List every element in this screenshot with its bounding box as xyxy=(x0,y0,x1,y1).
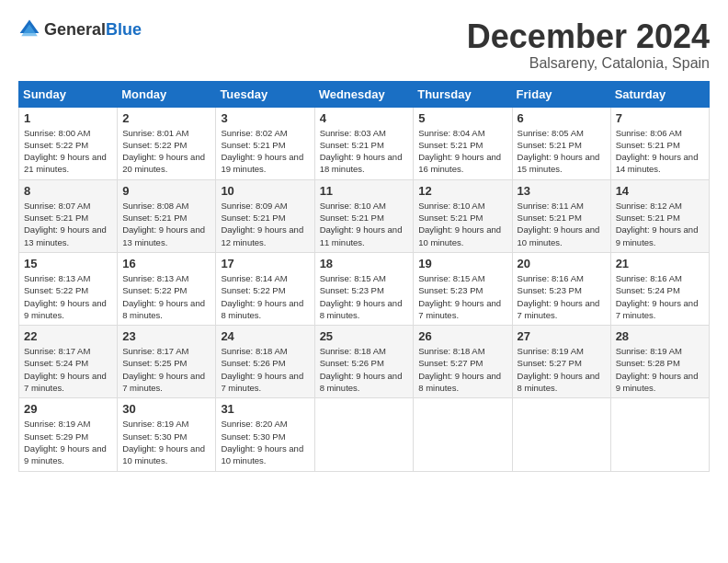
calendar-cell: 29Sunrise: 8:19 AMSunset: 5:29 PMDayligh… xyxy=(19,398,118,471)
day-number: 9 xyxy=(122,184,210,198)
calendar-cell: 13Sunrise: 8:11 AMSunset: 5:21 PMDayligh… xyxy=(512,179,610,252)
calendar-cell: 25Sunrise: 8:18 AMSunset: 5:26 PMDayligh… xyxy=(314,326,414,398)
day-number: 5 xyxy=(418,111,506,125)
day-info: Sunrise: 8:18 AMSunset: 5:27 PMDaylight:… xyxy=(418,345,506,394)
calendar-cell: 28Sunrise: 8:19 AMSunset: 5:28 PMDayligh… xyxy=(610,326,709,398)
day-info: Sunrise: 8:03 AMSunset: 5:21 PMDaylight:… xyxy=(320,127,409,176)
calendar-cell xyxy=(610,398,709,471)
day-info: Sunrise: 8:07 AMSunset: 5:21 PMDaylight:… xyxy=(24,200,112,248)
day-info: Sunrise: 8:16 AMSunset: 5:23 PMDaylight:… xyxy=(518,272,606,321)
weekday-header-wednesday: Wednesday xyxy=(314,81,414,107)
day-number: 11 xyxy=(320,184,409,198)
day-number: 28 xyxy=(616,329,704,343)
day-info: Sunrise: 8:19 AMSunset: 5:30 PMDaylight:… xyxy=(122,418,210,466)
day-number: 21 xyxy=(616,257,704,270)
calendar-week-3: 15Sunrise: 8:13 AMSunset: 5:22 PMDayligh… xyxy=(19,252,710,325)
day-info: Sunrise: 8:19 AMSunset: 5:28 PMDaylight:… xyxy=(616,345,704,394)
day-number: 6 xyxy=(518,111,606,125)
header: GeneralBlue December 2024 Balsareny, Cat… xyxy=(18,18,710,72)
day-info: Sunrise: 8:00 AMSunset: 5:22 PMDaylight:… xyxy=(24,127,112,176)
calendar-cell: 12Sunrise: 8:10 AMSunset: 5:21 PMDayligh… xyxy=(414,179,512,252)
day-number: 16 xyxy=(122,257,210,270)
day-number: 15 xyxy=(24,257,112,270)
day-info: Sunrise: 8:14 AMSunset: 5:22 PMDaylight:… xyxy=(221,272,309,321)
calendar-cell: 2Sunrise: 8:01 AMSunset: 5:22 PMDaylight… xyxy=(118,107,216,179)
day-info: Sunrise: 8:17 AMSunset: 5:25 PMDaylight:… xyxy=(122,345,210,394)
calendar-cell: 3Sunrise: 8:02 AMSunset: 5:21 PMDaylight… xyxy=(216,107,314,179)
day-number: 26 xyxy=(418,329,506,343)
day-info: Sunrise: 8:09 AMSunset: 5:21 PMDaylight:… xyxy=(221,200,309,248)
day-number: 29 xyxy=(24,402,112,416)
calendar-cell: 26Sunrise: 8:18 AMSunset: 5:27 PMDayligh… xyxy=(414,326,512,398)
day-number: 18 xyxy=(320,257,409,270)
calendar-cell: 17Sunrise: 8:14 AMSunset: 5:22 PMDayligh… xyxy=(216,252,314,325)
day-info: Sunrise: 8:18 AMSunset: 5:26 PMDaylight:… xyxy=(221,345,309,394)
calendar-cell xyxy=(314,398,414,471)
day-number: 13 xyxy=(518,184,606,198)
calendar: SundayMondayTuesdayWednesdayThursdayFrid… xyxy=(18,81,710,472)
calendar-cell xyxy=(512,398,610,471)
calendar-week-4: 22Sunrise: 8:17 AMSunset: 5:24 PMDayligh… xyxy=(19,326,710,398)
day-number: 17 xyxy=(221,257,309,270)
weekday-header-friday: Friday xyxy=(512,81,610,107)
calendar-cell xyxy=(414,398,512,471)
calendar-cell: 8Sunrise: 8:07 AMSunset: 5:21 PMDaylight… xyxy=(19,179,118,252)
calendar-cell: 9Sunrise: 8:08 AMSunset: 5:21 PMDaylight… xyxy=(118,179,216,252)
day-info: Sunrise: 8:01 AMSunset: 5:22 PMDaylight:… xyxy=(122,127,210,176)
logo: GeneralBlue xyxy=(18,18,142,40)
day-number: 2 xyxy=(122,111,210,125)
calendar-week-1: 1Sunrise: 8:00 AMSunset: 5:22 PMDaylight… xyxy=(19,107,710,179)
calendar-cell: 31Sunrise: 8:20 AMSunset: 5:30 PMDayligh… xyxy=(216,398,314,471)
calendar-week-2: 8Sunrise: 8:07 AMSunset: 5:21 PMDaylight… xyxy=(19,179,710,252)
day-info: Sunrise: 8:16 AMSunset: 5:24 PMDaylight:… xyxy=(616,272,704,321)
day-info: Sunrise: 8:04 AMSunset: 5:21 PMDaylight:… xyxy=(418,127,506,176)
calendar-cell: 21Sunrise: 8:16 AMSunset: 5:24 PMDayligh… xyxy=(610,252,709,325)
day-number: 3 xyxy=(221,111,309,125)
day-info: Sunrise: 8:15 AMSunset: 5:23 PMDaylight:… xyxy=(418,272,506,321)
day-number: 10 xyxy=(221,184,309,198)
day-number: 8 xyxy=(24,184,112,198)
day-info: Sunrise: 8:13 AMSunset: 5:22 PMDaylight:… xyxy=(122,272,210,321)
calendar-cell: 4Sunrise: 8:03 AMSunset: 5:21 PMDaylight… xyxy=(314,107,414,179)
weekday-header-monday: Monday xyxy=(118,81,216,107)
subtitle: Balsareny, Catalonia, Spain xyxy=(467,55,710,72)
day-number: 27 xyxy=(518,329,606,343)
calendar-cell: 19Sunrise: 8:15 AMSunset: 5:23 PMDayligh… xyxy=(414,252,512,325)
calendar-cell: 22Sunrise: 8:17 AMSunset: 5:24 PMDayligh… xyxy=(19,326,118,398)
day-info: Sunrise: 8:06 AMSunset: 5:21 PMDaylight:… xyxy=(616,127,704,176)
day-info: Sunrise: 8:20 AMSunset: 5:30 PMDaylight:… xyxy=(221,418,309,466)
day-info: Sunrise: 8:15 AMSunset: 5:23 PMDaylight:… xyxy=(320,272,409,321)
day-number: 30 xyxy=(122,402,210,416)
day-number: 14 xyxy=(616,184,704,198)
day-info: Sunrise: 8:12 AMSunset: 5:21 PMDaylight:… xyxy=(616,200,704,248)
weekday-header-sunday: Sunday xyxy=(19,81,118,107)
calendar-cell: 20Sunrise: 8:16 AMSunset: 5:23 PMDayligh… xyxy=(512,252,610,325)
calendar-cell: 6Sunrise: 8:05 AMSunset: 5:21 PMDaylight… xyxy=(512,107,610,179)
day-info: Sunrise: 8:10 AMSunset: 5:21 PMDaylight:… xyxy=(320,200,409,248)
calendar-cell: 24Sunrise: 8:18 AMSunset: 5:26 PMDayligh… xyxy=(216,326,314,398)
day-info: Sunrise: 8:13 AMSunset: 5:22 PMDaylight:… xyxy=(24,272,112,321)
day-info: Sunrise: 8:11 AMSunset: 5:21 PMDaylight:… xyxy=(518,200,606,248)
weekday-header-tuesday: Tuesday xyxy=(216,81,314,107)
day-number: 12 xyxy=(418,184,506,198)
logo-icon xyxy=(18,18,40,40)
calendar-cell: 16Sunrise: 8:13 AMSunset: 5:22 PMDayligh… xyxy=(118,252,216,325)
calendar-cell: 1Sunrise: 8:00 AMSunset: 5:22 PMDaylight… xyxy=(19,107,118,179)
day-info: Sunrise: 8:02 AMSunset: 5:21 PMDaylight:… xyxy=(221,127,309,176)
day-number: 22 xyxy=(24,329,112,343)
day-info: Sunrise: 8:08 AMSunset: 5:21 PMDaylight:… xyxy=(122,200,210,248)
logo-text-general: General xyxy=(44,20,106,39)
calendar-cell: 23Sunrise: 8:17 AMSunset: 5:25 PMDayligh… xyxy=(118,326,216,398)
day-info: Sunrise: 8:19 AMSunset: 5:29 PMDaylight:… xyxy=(24,418,112,466)
weekday-header-thursday: Thursday xyxy=(414,81,512,107)
calendar-cell: 15Sunrise: 8:13 AMSunset: 5:22 PMDayligh… xyxy=(19,252,118,325)
day-number: 24 xyxy=(221,329,309,343)
calendar-cell: 30Sunrise: 8:19 AMSunset: 5:30 PMDayligh… xyxy=(118,398,216,471)
calendar-cell: 5Sunrise: 8:04 AMSunset: 5:21 PMDaylight… xyxy=(414,107,512,179)
logo-text-blue: Blue xyxy=(106,20,142,39)
calendar-cell: 7Sunrise: 8:06 AMSunset: 5:21 PMDaylight… xyxy=(610,107,709,179)
month-title: December 2024 xyxy=(467,18,710,55)
weekday-header-row: SundayMondayTuesdayWednesdayThursdayFrid… xyxy=(19,81,710,107)
day-number: 4 xyxy=(320,111,409,125)
title-area: December 2024 Balsareny, Catalonia, Spai… xyxy=(467,18,710,72)
